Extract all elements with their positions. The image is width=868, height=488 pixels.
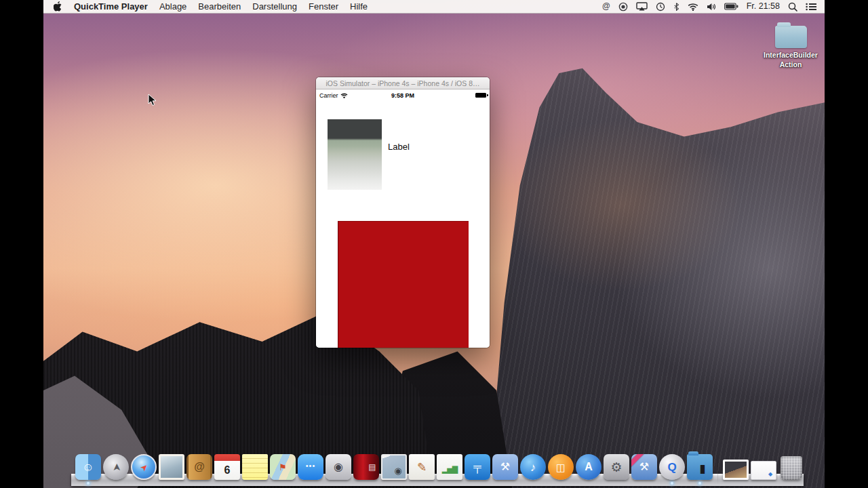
dock-ios-simulator-icon[interactable]: ▮ (687, 454, 713, 480)
dock-itunes-icon[interactable]: ♪ (520, 454, 546, 480)
dock-keynote-icon[interactable]: ╤ (465, 454, 490, 480)
dock: ☺➤➤@6⚑•••◉▤◉✎▂▅▇╤⚒♪◫A⚙⚒Q▮◆ (71, 449, 804, 486)
ui-label[interactable]: Label (388, 142, 410, 152)
dock-pages-icon[interactable]: ✎ (409, 454, 435, 480)
dock-launchpad-icon[interactable]: ➤ (103, 454, 129, 480)
menu-darstellung[interactable]: Darstellung (252, 0, 297, 13)
calendar-glyph: 6 (224, 465, 231, 476)
airplay-icon[interactable] (636, 2, 648, 11)
desktop: QuickTime PlayerAblageBearbeitenDarstell… (43, 0, 825, 488)
dock-maps-icon[interactable]: ⚑ (270, 454, 296, 480)
dock-trash-icon[interactable] (778, 454, 804, 480)
maps-glyph: ⚑ (279, 463, 287, 472)
battery-icon[interactable] (724, 3, 738, 10)
bluetooth-icon[interactable] (673, 2, 679, 12)
dock-iphoto-icon[interactable]: ◉ (381, 454, 407, 480)
dock-safari-icon[interactable]: ➤ (131, 454, 157, 480)
window-title-bar[interactable]: iOS Simulator – iPhone 4s – iPhone 4s / … (316, 77, 490, 89)
dock-mail-icon[interactable] (159, 454, 184, 480)
apple-menu-icon[interactable] (54, 1, 62, 12)
menu-quicktime-player[interactable]: QuickTime Player (74, 0, 148, 13)
desktop-folder-label: InterfaceBuilder Action (757, 51, 825, 69)
xcode-glyph: ⚒ (500, 462, 510, 472)
menu-fenster[interactable]: Fenster (309, 0, 338, 13)
app-store-glyph: A (585, 462, 593, 472)
screen-recording-icon[interactable] (618, 2, 628, 12)
window-title: iOS Simulator – iPhone 4s – iPhone 4s / … (326, 79, 479, 87)
spotlight-icon[interactable] (788, 2, 797, 12)
dock-ibooks-icon[interactable]: ◫ (548, 454, 574, 480)
numbers-glyph: ▂▅▇ (442, 466, 457, 473)
carrier-group: Carrier (319, 92, 348, 99)
dock-app-store-icon[interactable]: A (576, 454, 601, 480)
battery-icon (475, 93, 486, 98)
safari-glyph: ➤ (138, 462, 150, 473)
running-indicator (87, 482, 90, 485)
wifi-icon[interactable] (688, 3, 698, 11)
time-machine-icon[interactable] (656, 2, 665, 12)
messages-glyph: ••• (306, 462, 316, 470)
notification-center-icon[interactable] (806, 3, 816, 11)
ibooks-glyph: ◫ (556, 462, 566, 472)
menu-bar-menus: QuickTime PlayerAblageBearbeitenDarstell… (43, 0, 368, 13)
pages-glyph: ✎ (417, 462, 427, 473)
spiral-icon[interactable]: @ (602, 0, 610, 13)
desktop-folder-interfacebuilder-action[interactable]: InterfaceBuilder Action (757, 22, 825, 69)
menu-hilfe[interactable]: Hilfe (350, 0, 368, 13)
menu-bar-clock[interactable]: Fr. 21:58 (747, 0, 780, 13)
screen: QuickTime PlayerAblageBearbeitenDarstell… (0, 0, 868, 488)
wifi-icon (340, 93, 348, 98)
carrier-label: Carrier (319, 92, 338, 99)
menu-ablage[interactable]: Ablage (159, 0, 186, 13)
system-preferences-glyph: ⚙ (610, 461, 622, 474)
menu-bar: QuickTime PlayerAblageBearbeitenDarstell… (43, 0, 825, 14)
itunes-glyph: ♪ (530, 462, 536, 473)
facetime-glyph: ◉ (334, 462, 343, 472)
running-indicator (698, 482, 701, 485)
iphoto-glyph: ◉ (394, 466, 401, 475)
contacts-glyph: @ (194, 462, 205, 472)
dock-system-preferences-icon[interactable]: ⚙ (604, 454, 629, 480)
dock-facetime-icon[interactable]: ◉ (326, 454, 351, 480)
simulator-screen: Carrier 9:58 PM Label (316, 89, 490, 348)
keynote-glyph: ╤ (473, 462, 481, 472)
dock-photo-booth-icon[interactable]: ▤ (353, 454, 379, 480)
ios-simulator-window: iOS Simulator – iPhone 4s – iPhone 4s / … (316, 77, 490, 348)
dock-notes-icon[interactable] (242, 454, 268, 480)
dock-quicktime-player-icon[interactable]: Q (659, 454, 685, 480)
ios-simulator-glyph: ▮ (699, 463, 705, 474)
menu-bearbeiten[interactable]: Bearbeiten (198, 0, 241, 13)
folder-icon (775, 26, 807, 48)
dock-xcode-beta-icon[interactable]: ⚒ (631, 454, 657, 480)
downloads-stack-glyph: ◆ (768, 472, 772, 477)
dock-finder-icon[interactable]: ☺ (75, 454, 101, 480)
dock-xcode-icon[interactable]: ⚒ (492, 454, 518, 480)
dock-icons: ☺➤➤@6⚑•••◉▤◉✎▂▅▇╤⚒♪◫A⚙⚒Q▮◆ (75, 451, 804, 480)
dock-documents-stack-icon[interactable] (723, 454, 749, 480)
dock-calendar-icon[interactable]: 6 (214, 454, 240, 480)
dock-downloads-stack-icon[interactable]: ◆ (751, 454, 776, 480)
image-view[interactable] (328, 119, 382, 190)
dock-numbers-icon[interactable]: ▂▅▇ (437, 454, 462, 480)
dock-messages-icon[interactable]: ••• (298, 454, 323, 480)
volume-icon[interactable] (707, 3, 716, 11)
dock-divider (715, 451, 721, 480)
dock-contacts-icon[interactable]: @ (186, 454, 212, 480)
launchpad-glyph: ➤ (111, 463, 121, 472)
quicktime-player-glyph: Q (667, 462, 676, 473)
red-view[interactable] (338, 221, 469, 348)
photo-booth-glyph: ▤ (368, 463, 376, 471)
finder-glyph: ☺ (82, 462, 94, 473)
running-indicator (671, 482, 673, 485)
menu-bar-status: @ (602, 0, 825, 13)
ios-status-bar: Carrier 9:58 PM (316, 89, 490, 101)
mouse-cursor (148, 94, 157, 109)
xcode-beta-glyph: ⚒ (639, 462, 649, 472)
